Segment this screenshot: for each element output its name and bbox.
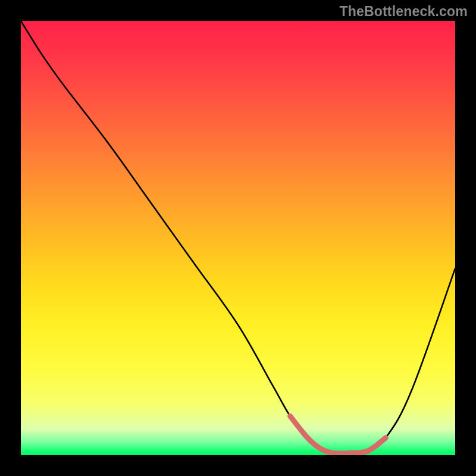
watermark-text: TheBottleneck.com [339,4,468,20]
chart-container: TheBottleneck.com [0,0,476,476]
plot-area [21,21,455,455]
optimal-range-marker [290,416,386,453]
bottleneck-curve [21,21,455,453]
chart-svg [21,21,455,455]
